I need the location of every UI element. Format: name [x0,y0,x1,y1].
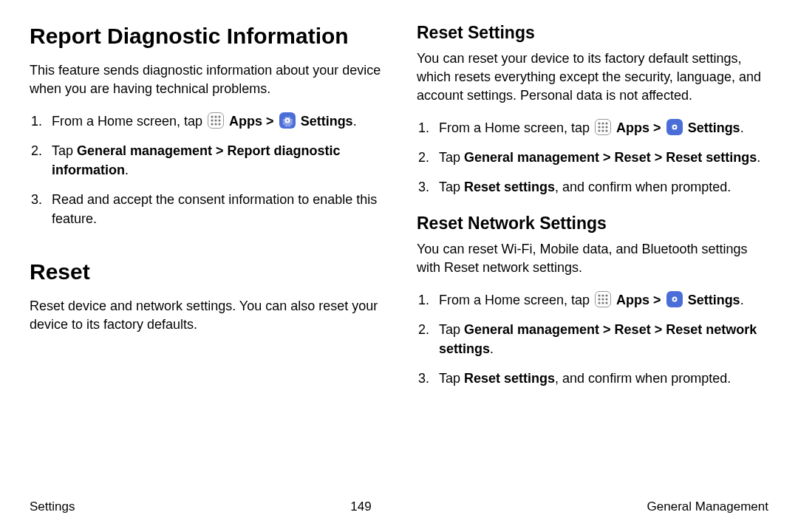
svg-point-6 [211,123,213,125]
apps-icon [595,119,611,135]
svg-point-4 [214,119,216,121]
step-text: . [353,114,357,129]
step-item: From a Home screen, tap Apps > Settings. [30,112,381,131]
paragraph: You can reset Wi-Fi, Mobile data, and Bl… [417,240,768,277]
step-bold: Reset settings [464,180,555,194]
right-column: Reset Settings You can reset your device… [417,24,768,406]
heading-reset: Reset [30,259,381,284]
footer-page-number: 149 [350,499,371,514]
step-bold: Settings [301,114,353,129]
step-text: Tap [439,371,464,386]
step-separator: > [262,114,278,129]
step-text: , and confirm when prompted. [555,371,731,386]
step-item: From a Home screen, tap Apps > Settings. [417,290,768,310]
svg-point-23 [605,298,607,300]
svg-point-25 [601,301,604,304]
svg-point-13 [601,126,604,128]
footer-chapter: General Management [647,499,768,514]
step-text: , and confirm when prompted. [555,180,731,194]
left-column: Report Diagnostic Information This featu… [30,24,381,406]
settings-icon [666,119,683,135]
step-text: Tap [52,143,77,158]
svg-point-8 [218,123,220,125]
step-separator: > [649,293,665,307]
step-text: . [757,150,760,165]
svg-point-20 [605,294,607,296]
step-text: Tap [439,180,464,194]
step-bold: Reset settings [464,371,555,386]
step-bold: General management > Reset > Reset setti… [464,150,757,165]
svg-point-10 [601,122,604,124]
svg-point-7 [214,123,216,125]
svg-point-15 [598,129,600,132]
step-text: From a Home screen, tap [439,293,593,307]
svg-point-12 [598,126,600,128]
svg-point-21 [598,298,600,300]
svg-point-19 [601,294,604,296]
heading-reset-settings: Reset Settings [417,24,768,42]
page-footer: Settings 149 General Management [30,499,768,514]
paragraph: This feature sends diagnostic informatio… [30,61,381,98]
svg-point-14 [605,126,607,128]
step-text: . [125,163,129,177]
step-bold: Apps [616,120,649,135]
svg-point-16 [601,129,604,132]
step-bold: Settings [688,293,740,307]
step-bold: General management > Report diagnostic i… [52,143,341,177]
step-bold: Apps [229,114,262,129]
step-text: Tap [439,150,464,165]
step-bold: General management > Reset > Reset netwo… [439,322,757,356]
step-item: Tap General management > Reset > Reset n… [417,320,768,358]
step-text: Tap [439,322,464,337]
svg-point-17 [605,129,607,132]
settings-icon [666,291,683,307]
step-text: . [490,341,494,356]
apps-icon [595,291,611,307]
svg-point-24 [598,301,600,304]
settings-icon [279,112,296,129]
svg-point-0 [211,115,213,117]
step-text: . [740,293,744,307]
step-item: Read and accept the consent information … [30,190,381,228]
step-item: From a Home screen, tap Apps > Settings. [417,118,768,137]
heading-reset-network: Reset Network Settings [417,214,768,233]
step-text: From a Home screen, tap [439,120,593,135]
steps-reset-settings: From a Home screen, tap Apps > Settings.… [417,118,768,197]
step-item: Tap General management > Report diagnost… [30,141,381,180]
step-item: Tap Reset settings, and confirm when pro… [417,369,768,388]
svg-point-11 [605,122,607,124]
step-text: . [740,120,744,135]
step-bold: Settings [688,120,740,135]
step-item: Tap Reset settings, and confirm when pro… [417,177,768,197]
step-text: From a Home screen, tap [52,114,206,129]
svg-point-2 [218,115,220,117]
svg-point-22 [601,298,604,300]
paragraph: Reset device and network settings. You c… [30,297,381,334]
two-column-layout: Report Diagnostic Information This featu… [30,24,768,406]
svg-point-18 [598,294,600,296]
step-separator: > [649,120,665,135]
heading-report-diagnostic: Report Diagnostic Information [30,24,381,48]
svg-point-26 [605,301,607,304]
svg-point-1 [214,115,216,117]
apps-icon [208,112,224,129]
svg-point-3 [211,119,213,121]
paragraph: You can reset your device to its factory… [417,50,768,104]
svg-point-9 [598,122,600,124]
step-bold: Apps [616,293,649,307]
footer-section: Settings [30,499,75,514]
steps-report-diagnostic: From a Home screen, tap Apps > Settings.… [30,112,381,228]
steps-reset-network: From a Home screen, tap Apps > Settings.… [417,290,768,388]
step-item: Tap General management > Reset > Reset s… [417,148,768,167]
svg-point-5 [218,119,220,121]
